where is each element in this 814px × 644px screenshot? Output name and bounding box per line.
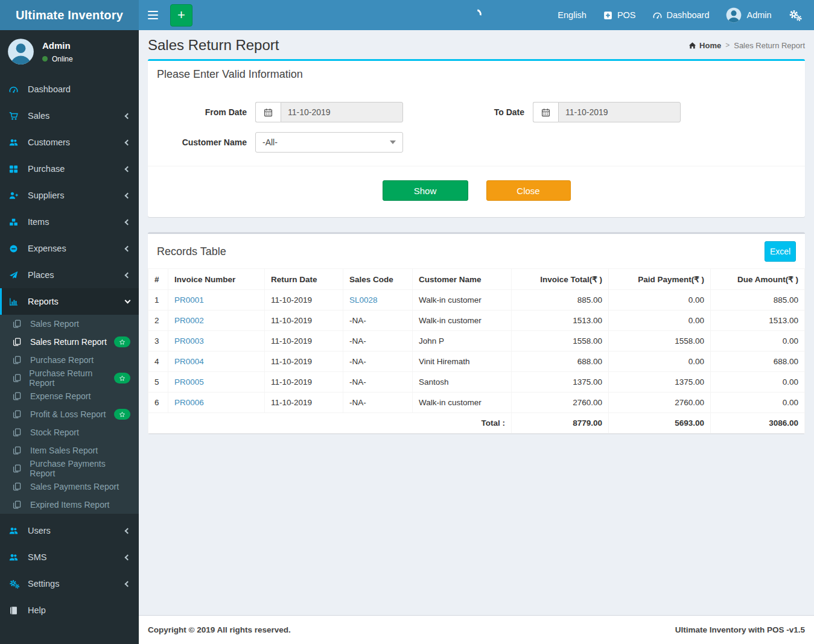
sidebar-item-places[interactable]: Places	[0, 262, 139, 288]
sidebar-item-customers[interactable]: Customers	[0, 129, 139, 156]
sidebar-subitem-sales-report[interactable]: Sales Report	[0, 315, 139, 333]
chevron-left-icon	[125, 166, 131, 172]
invoice-total: 1558.00	[512, 331, 609, 352]
invoice-link[interactable]: PR0001	[174, 295, 204, 305]
content-header: Sales Return Report Home > Sales Return …	[139, 30, 814, 59]
settings-menu[interactable]	[789, 10, 802, 21]
to-date-group: 11-10-2019	[533, 102, 681, 122]
sidebar-item-purchase[interactable]: Purchase	[0, 156, 139, 182]
sidebar-item-sales[interactable]: Sales	[0, 103, 139, 129]
caret-down-icon	[390, 140, 396, 144]
filter-panel-title: Please Enter Valid Information	[157, 68, 303, 81]
pos-link[interactable]: POS	[603, 10, 636, 20]
quick-add-button[interactable]: +	[170, 4, 192, 27]
customer-select[interactable]: -All-	[255, 132, 403, 153]
copy-icon	[13, 320, 28, 328]
show-button[interactable]: Show	[383, 180, 468, 201]
filter-panel: Please Enter Valid Information From Date…	[148, 59, 805, 217]
sales-code[interactable]: -NA-	[349, 377, 366, 387]
sidebar-item-items[interactable]: Items	[0, 209, 139, 235]
sidebar-subitem-expense-report[interactable]: Expense Report	[0, 387, 139, 405]
invoice-total: 1513.00	[512, 311, 609, 331]
user-label: Admin	[746, 10, 771, 20]
total-due: 3086.00	[711, 413, 805, 434]
dashboard-link[interactable]: Dashboard	[653, 10, 710, 20]
sidebar-subitem-purchase-report[interactable]: Purchase Report	[0, 351, 139, 369]
sidebar-toggle-button[interactable]	[139, 0, 167, 30]
sidebar-item-users[interactable]: Users	[0, 517, 139, 544]
sidebar-subitem-purchase-return-report[interactable]: Purchase Return Report	[0, 369, 139, 387]
calendar-icon[interactable]	[533, 102, 558, 122]
star-icon	[114, 336, 130, 347]
users-icon	[9, 138, 25, 147]
sidebar-item-dashboard[interactable]: Dashboard	[0, 76, 139, 103]
customer-name: Santosh	[413, 372, 512, 393]
online-dot-icon	[42, 56, 48, 62]
chevron-left-icon	[125, 581, 131, 587]
invoice-total: 1375.00	[512, 372, 609, 393]
invoice-link[interactable]: PR0004	[174, 357, 204, 366]
copy-icon	[13, 428, 28, 437]
records-panel-title: Records Table	[157, 245, 226, 258]
table-row: 6 PR0006 11-10-2019 -NA- Walk-in custome…	[148, 393, 805, 413]
invoice-link[interactable]: PR0003	[174, 336, 204, 346]
breadcrumb-home-link[interactable]: Home	[688, 41, 721, 50]
user-menu[interactable]: Admin	[726, 7, 771, 23]
close-button[interactable]: Close	[486, 180, 571, 201]
column-header: Paid Payment(₹ )	[609, 269, 711, 290]
customer-name: Walk-in customer	[413, 311, 512, 331]
chevron-left-icon	[125, 113, 131, 119]
sidebar-item-suppliers[interactable]: Suppliers	[0, 182, 139, 209]
column-header: Due Amount(₹ )	[711, 269, 805, 290]
sidebar-item-settings[interactable]: Settings	[0, 570, 139, 597]
star-icon	[114, 409, 130, 420]
sidebar-subitem-expired-items-report[interactable]: Expired Items Report	[0, 496, 139, 514]
sidebar-item-expenses[interactable]: Expenses	[0, 235, 139, 262]
sidebar-item-reports[interactable]: Reports	[0, 288, 139, 315]
tachometer-icon	[653, 11, 662, 20]
sales-code[interactable]: -NA-	[349, 316, 366, 325]
sidebar-item-sms[interactable]: SMS	[0, 544, 139, 570]
sidebar-subitem-sales-payments-report[interactable]: Sales Payments Report	[0, 478, 139, 496]
sidebar-subitem-purchase-payments-report[interactable]: Purchase Payments Report	[0, 459, 139, 478]
column-header: Invoice Number	[168, 269, 265, 290]
sales-code[interactable]: -NA-	[349, 398, 366, 407]
row-number: 1	[148, 290, 168, 311]
copy-icon	[13, 356, 28, 364]
chevron-left-icon	[125, 554, 131, 560]
language-menu[interactable]: English	[558, 10, 587, 20]
user-panel: Admin Online	[0, 30, 139, 72]
total-paid: 5693.00	[609, 413, 711, 434]
copyright-text: Copyright © 2019 All rights reserved.	[148, 625, 291, 634]
copy-icon	[13, 338, 28, 346]
dashboard-label: Dashboard	[667, 10, 710, 20]
sidebar-subitem-profit-loss-report[interactable]: Profit & Loss Report	[0, 405, 139, 423]
sidebar-item-help[interactable]: Help	[0, 597, 139, 623]
sidebar-subitem-sales-return-report[interactable]: Sales Return Report	[0, 333, 139, 351]
from-date-group: 11-10-2019	[255, 102, 403, 122]
row-number: 4	[148, 352, 168, 372]
invoice-link[interactable]: PR0006	[174, 398, 204, 407]
excel-export-button[interactable]: Excel	[765, 241, 796, 262]
to-date-input[interactable]: 11-10-2019	[558, 102, 681, 122]
sales-code[interactable]: -NA-	[349, 357, 366, 366]
records-panel-header: Records Table Excel	[148, 234, 805, 268]
sidebar-menu-bottom: Users SMS Settings Help	[0, 517, 139, 623]
customer-select-value: -All-	[262, 137, 278, 147]
gears-icon	[789, 10, 802, 21]
paid-payment: 0.00	[609, 352, 711, 372]
sales-code[interactable]: -NA-	[349, 336, 366, 346]
calendar-icon[interactable]	[255, 102, 281, 122]
sidebar-subitem-item-sales-report[interactable]: Item Sales Report	[0, 441, 139, 459]
app-brand[interactable]: Ultimate Inventory	[0, 0, 139, 30]
invoice-link[interactable]: PR0005	[174, 377, 204, 387]
row-number: 6	[148, 393, 168, 413]
table-header-row: # Invoice Number Return Date Sales Code …	[148, 269, 805, 290]
row-number: 3	[148, 331, 168, 352]
minus-circle-icon	[9, 244, 25, 253]
paper-plane-icon	[9, 271, 25, 280]
sales-code[interactable]: SL0028	[349, 295, 378, 305]
invoice-link[interactable]: PR0002	[174, 316, 204, 325]
from-date-input[interactable]: 11-10-2019	[281, 102, 403, 122]
sidebar-subitem-stock-report[interactable]: Stock Report	[0, 423, 139, 441]
